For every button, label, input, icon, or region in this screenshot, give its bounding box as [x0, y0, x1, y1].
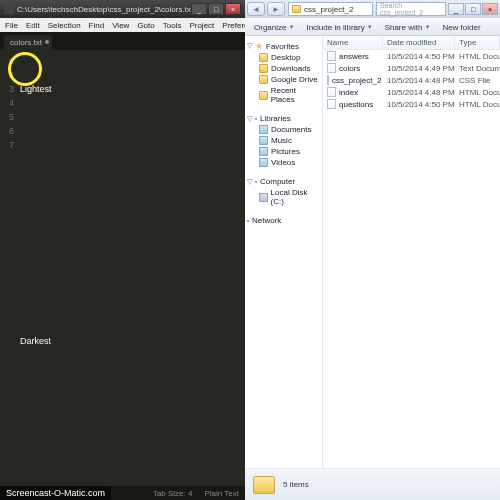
sidebar-item-music[interactable]: Music — [259, 135, 320, 146]
sidebar-item-desktop[interactable]: Desktop — [259, 52, 320, 63]
menu-tools[interactable]: Tools — [160, 21, 185, 30]
file-row[interactable]: questions 10/5/2014 4:50 PM HTML Documen… — [323, 98, 500, 110]
menu-selection[interactable]: Selection — [45, 21, 84, 30]
col-name[interactable]: Name — [323, 36, 383, 49]
file-row[interactable]: index 10/5/2014 4:48 PM HTML Document — [323, 86, 500, 98]
nav-back-button[interactable]: ◄ — [247, 2, 265, 16]
star-icon: ★ — [255, 41, 263, 51]
window-title: C:\Users\techschDesktop\css_project_2\co… — [17, 5, 191, 14]
library-icon — [259, 125, 268, 134]
folder-icon — [259, 53, 268, 62]
col-date[interactable]: Date modified — [383, 36, 455, 49]
nav-pane: ▽★Favorites Desktop Downloads Google Dri… — [245, 36, 323, 468]
tab-dirty-icon — [45, 40, 49, 44]
close-button[interactable]: × — [482, 3, 498, 15]
file-icon — [327, 75, 329, 85]
organize-button[interactable]: Organize▼ — [249, 22, 299, 33]
close-button[interactable]: × — [225, 3, 241, 15]
file-row[interactable]: answers 10/5/2014 4:50 PM HTML Document — [323, 50, 500, 62]
status-tabsize[interactable]: Tab Size: 4 — [153, 489, 193, 498]
drive-icon — [259, 193, 268, 202]
file-icon — [327, 63, 336, 73]
explorer-body: ▽★Favorites Desktop Downloads Google Dri… — [245, 36, 500, 468]
explorer-titlebar[interactable]: ◄ ► css_project_2 Search css_project_2 _… — [245, 0, 500, 18]
explorer-statusbar: 5 items — [245, 468, 500, 500]
watermark: Screencast-O-Matic.com — [0, 486, 111, 500]
library-icon — [259, 147, 268, 156]
expand-icon: ▽ — [247, 178, 252, 186]
expand-icon: ▽ — [247, 42, 252, 50]
file-row[interactable]: css_project_2 10/5/2014 4:48 PM CSS File — [323, 74, 500, 86]
folder-icon — [253, 476, 275, 494]
explorer-window: ◄ ► css_project_2 Search css_project_2 _… — [245, 0, 500, 500]
share-with-button[interactable]: Share with▼ — [380, 22, 436, 33]
folder-icon — [259, 64, 268, 73]
computer-group: ▽Computer Local Disk (C:) — [247, 176, 320, 207]
sidebar-item-localdisk[interactable]: Local Disk (C:) — [259, 187, 320, 207]
chevron-down-icon: ▼ — [288, 24, 294, 30]
menu-find[interactable]: Find — [86, 21, 108, 30]
col-type[interactable]: Type — [455, 36, 500, 49]
sidebar-item-documents[interactable]: Documents — [259, 124, 320, 135]
chevron-down-icon: ▼ — [424, 24, 430, 30]
computer-icon — [255, 181, 257, 183]
minimize-button[interactable]: _ — [191, 3, 207, 15]
favorites-header[interactable]: ▽★Favorites — [247, 40, 320, 52]
folder-icon — [259, 91, 268, 100]
sidebar-item-videos[interactable]: Videos — [259, 157, 320, 168]
folder-icon — [292, 5, 301, 13]
include-library-button[interactable]: Include in library▼ — [301, 22, 377, 33]
network-header[interactable]: Network — [247, 215, 320, 226]
favorites-group: ▽★Favorites Desktop Downloads Google Dri… — [247, 40, 320, 105]
window-controls: _ □ × — [191, 3, 241, 15]
library-icon — [255, 118, 257, 120]
line-gutter: 1 2 3 4 5 6 7 — [0, 50, 18, 486]
menu-file[interactable]: File — [2, 21, 21, 30]
editor-area[interactable]: 1 2 3 4 5 6 7 Lightest Darkest — [0, 50, 245, 486]
nav-buttons: ◄ ► — [247, 2, 285, 16]
address-bar[interactable]: css_project_2 — [288, 2, 373, 16]
tab-label: colors.txt — [10, 38, 42, 47]
library-icon — [259, 136, 268, 145]
code-content[interactable]: Lightest Darkest — [18, 50, 245, 486]
menu-edit[interactable]: Edit — [23, 21, 43, 30]
library-icon — [259, 158, 268, 167]
explorer-toolbar: Organize▼ Include in library▼ Share with… — [245, 18, 500, 36]
sidebar-item-pictures[interactable]: Pictures — [259, 146, 320, 157]
status-text: 5 items — [283, 480, 309, 489]
folder-icon — [259, 75, 268, 84]
sublime-menubar: File Edit Selection Find View Goto Tools… — [0, 18, 245, 32]
network-group: Network — [247, 215, 320, 226]
sidebar-item-googledrive[interactable]: Google Drive — [259, 74, 320, 85]
search-input[interactable]: Search css_project_2 — [376, 2, 446, 16]
file-list: Name Date modified Type answers 10/5/201… — [323, 36, 500, 468]
tab-bar: colors.txt — [0, 32, 245, 50]
sublime-titlebar[interactable]: C:\Users\techschDesktop\css_project_2\co… — [0, 0, 245, 18]
file-icon — [327, 87, 336, 97]
file-row[interactable]: colors 10/5/2014 4:49 PM Text Document — [323, 62, 500, 74]
expand-icon: ▽ — [247, 115, 252, 123]
network-icon — [247, 220, 249, 222]
column-headers: Name Date modified Type — [323, 36, 500, 50]
sublime-window: C:\Users\techschDesktop\css_project_2\co… — [0, 0, 245, 500]
menu-view[interactable]: View — [109, 21, 132, 30]
menu-goto[interactable]: Goto — [134, 21, 157, 30]
file-icon — [327, 51, 336, 61]
nav-forward-button[interactable]: ► — [267, 2, 285, 16]
sidebar-item-downloads[interactable]: Downloads — [259, 63, 320, 74]
maximize-button[interactable]: □ — [208, 3, 224, 15]
status-syntax[interactable]: Plain Text — [204, 489, 239, 498]
computer-header[interactable]: ▽Computer — [247, 176, 320, 187]
app-icon — [4, 4, 14, 14]
new-folder-button[interactable]: New folder — [437, 22, 485, 33]
menu-project[interactable]: Project — [186, 21, 217, 30]
sidebar-item-recent[interactable]: Recent Places — [259, 85, 320, 105]
chevron-down-icon: ▼ — [367, 24, 373, 30]
file-rows: answers 10/5/2014 4:50 PM HTML Document … — [323, 50, 500, 110]
libraries-header[interactable]: ▽Libraries — [247, 113, 320, 124]
maximize-button[interactable]: □ — [465, 3, 481, 15]
minimize-button[interactable]: _ — [448, 3, 464, 15]
libraries-group: ▽Libraries Documents Music Pictures Vide… — [247, 113, 320, 168]
window-controls: _ □ × — [448, 3, 498, 15]
tab-colors[interactable]: colors.txt — [4, 35, 52, 50]
